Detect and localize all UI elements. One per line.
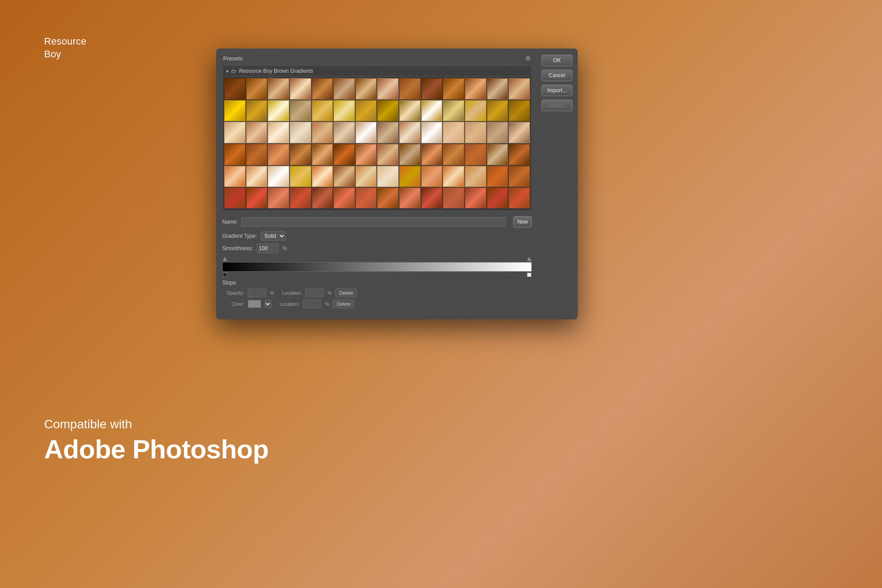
grad-swatch[interactable]: [355, 144, 377, 165]
grad-swatch[interactable]: [399, 122, 421, 143]
grad-swatch[interactable]: [487, 122, 508, 143]
grad-swatch[interactable]: [333, 144, 355, 165]
grad-swatch[interactable]: [377, 78, 399, 100]
grad-swatch[interactable]: [487, 187, 508, 208]
grad-swatch[interactable]: [421, 187, 443, 208]
grad-swatch[interactable]: [333, 100, 355, 122]
grad-swatch[interactable]: [421, 166, 443, 187]
gradient-bar[interactable]: [222, 262, 532, 272]
grad-swatch[interactable]: [290, 187, 311, 208]
grad-swatch[interactable]: [421, 100, 443, 122]
grad-swatch[interactable]: [465, 100, 486, 122]
grad-swatch[interactable]: [246, 122, 268, 143]
grad-swatch[interactable]: [377, 122, 399, 143]
opacity-input[interactable]: [248, 288, 266, 297]
grad-swatch[interactable]: [224, 187, 246, 208]
grad-swatch[interactable]: [377, 100, 399, 122]
grad-swatch[interactable]: [443, 78, 464, 100]
cancel-button[interactable]: Cancel: [542, 70, 572, 81]
grad-swatch[interactable]: [312, 187, 333, 208]
grad-swatch[interactable]: [333, 78, 355, 100]
grad-swatch[interactable]: [290, 122, 311, 143]
grad-swatch[interactable]: [487, 100, 508, 122]
grad-swatch[interactable]: [487, 166, 508, 187]
grad-swatch[interactable]: [268, 122, 289, 143]
grad-swatch[interactable]: [312, 100, 333, 122]
grad-swatch[interactable]: [246, 166, 268, 187]
grad-swatch[interactable]: [399, 78, 421, 100]
opacity-delete-button[interactable]: Delete: [335, 288, 357, 297]
grad-swatch[interactable]: [312, 122, 333, 143]
grad-swatch[interactable]: [268, 166, 289, 187]
grad-swatch[interactable]: [508, 122, 530, 143]
grad-swatch[interactable]: [399, 187, 421, 208]
grad-swatch[interactable]: [421, 78, 443, 100]
grad-swatch[interactable]: [224, 144, 246, 165]
import-button[interactable]: Import...: [542, 85, 572, 96]
color-stop-left[interactable]: [223, 273, 227, 277]
grad-swatch[interactable]: [399, 100, 421, 122]
grad-swatch[interactable]: [333, 166, 355, 187]
color-location-input[interactable]: [303, 300, 321, 308]
grad-swatch[interactable]: [399, 144, 421, 165]
grad-swatch[interactable]: [355, 78, 377, 100]
grad-swatch[interactable]: [290, 166, 311, 187]
grad-swatch[interactable]: [465, 78, 486, 100]
grad-swatch[interactable]: [508, 78, 530, 100]
grad-swatch[interactable]: [355, 166, 377, 187]
grad-swatch[interactable]: [290, 144, 311, 165]
grad-swatch[interactable]: [421, 144, 443, 165]
grad-swatch[interactable]: [487, 144, 508, 165]
grad-swatch[interactable]: [508, 166, 530, 187]
grad-swatch[interactable]: [443, 100, 464, 122]
grad-swatch[interactable]: [268, 78, 289, 100]
smoothness-input[interactable]: [257, 243, 279, 253]
grad-swatch[interactable]: [355, 187, 377, 208]
grad-swatch[interactable]: [290, 78, 311, 100]
grad-swatch[interactable]: [487, 78, 508, 100]
grad-swatch[interactable]: [333, 122, 355, 143]
grad-swatch[interactable]: [508, 187, 530, 208]
grad-swatch[interactable]: [465, 122, 486, 143]
name-input[interactable]: [241, 217, 506, 227]
grad-swatch[interactable]: [443, 122, 464, 143]
grad-swatch[interactable]: [268, 187, 289, 208]
grad-swatch[interactable]: [312, 78, 333, 100]
grad-swatch[interactable]: [355, 122, 377, 143]
grad-swatch[interactable]: [268, 144, 289, 165]
folder-row[interactable]: ▾ 🗁 Resource Boy Brown Gradients: [223, 66, 531, 77]
grad-swatch[interactable]: [224, 166, 246, 187]
grad-swatch[interactable]: [312, 166, 333, 187]
grad-swatch[interactable]: [443, 187, 464, 208]
grad-swatch[interactable]: [465, 187, 486, 208]
opacity-stop-right[interactable]: [527, 257, 531, 261]
grad-swatch[interactable]: [333, 187, 355, 208]
grad-swatch[interactable]: [224, 122, 246, 143]
grad-swatch[interactable]: [246, 144, 268, 165]
gear-icon[interactable]: ⚙: [525, 55, 531, 62]
grad-swatch[interactable]: [377, 187, 399, 208]
grad-swatch[interactable]: [312, 144, 333, 165]
grad-swatch[interactable]: [399, 166, 421, 187]
export-button[interactable]: Export...: [542, 100, 572, 111]
grad-swatch[interactable]: [421, 122, 443, 143]
grad-swatch[interactable]: [246, 78, 268, 100]
color-dropdown[interactable]: ▾: [265, 300, 272, 308]
grad-swatch[interactable]: [377, 166, 399, 187]
grad-swatch[interactable]: [246, 100, 268, 122]
grad-swatch[interactable]: [355, 100, 377, 122]
color-stop-right[interactable]: [527, 273, 531, 277]
grad-swatch[interactable]: [224, 78, 246, 100]
grad-swatch[interactable]: [377, 144, 399, 165]
color-swatch-mini[interactable]: [248, 300, 261, 308]
opacity-location-input[interactable]: [305, 288, 324, 297]
grad-swatch[interactable]: [465, 166, 486, 187]
ok-button[interactable]: OK: [542, 55, 572, 66]
color-delete-button[interactable]: Delete: [333, 300, 355, 308]
grad-swatch[interactable]: [443, 166, 464, 187]
grad-swatch[interactable]: [508, 100, 530, 122]
grad-swatch[interactable]: [246, 187, 268, 208]
new-button[interactable]: New: [513, 216, 532, 228]
grad-swatch[interactable]: [508, 144, 530, 165]
grad-swatch[interactable]: [268, 100, 289, 122]
